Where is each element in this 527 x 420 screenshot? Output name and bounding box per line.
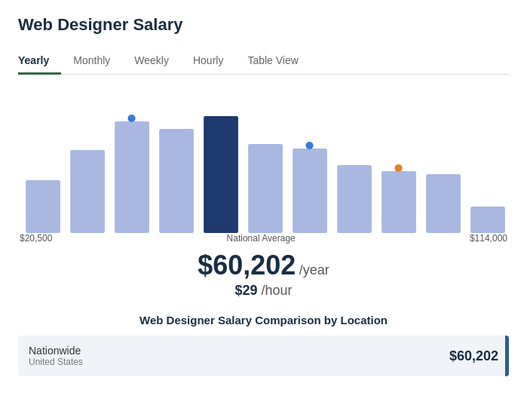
svg-rect-13	[470, 207, 505, 233]
svg-rect-6	[248, 144, 283, 233]
salary-yearly-amount: $60,202	[198, 250, 296, 281]
svg-rect-7	[293, 149, 327, 233]
salary-hourly-suffix: /hour	[262, 283, 293, 298]
svg-rect-12	[426, 174, 461, 233]
svg-rect-9	[337, 165, 372, 233]
chart-national-label: National Average	[227, 233, 296, 244]
svg-point-3	[127, 115, 135, 122]
location-sub: United States	[29, 357, 83, 367]
svg-rect-10	[381, 171, 416, 233]
tab-monthly[interactable]: Monthly	[61, 48, 122, 75]
svg-rect-1	[70, 150, 105, 233]
salary-hourly-display: $29 /hour	[18, 283, 509, 299]
bar-chart	[18, 90, 509, 233]
comparison-title: Web Designer Salary Comparison by Locati…	[18, 314, 509, 326]
svg-rect-2	[115, 121, 149, 233]
page-title: Web Designer Salary	[18, 15, 509, 35]
salary-yearly-suffix: /year	[299, 250, 329, 281]
salary-hourly-amount: $29	[234, 283, 257, 298]
svg-point-11	[394, 164, 402, 172]
comparison-nationwide-row[interactable]: Nationwide United States $60,202	[18, 336, 509, 376]
location-name: Nationwide	[29, 345, 83, 357]
tab-yearly[interactable]: Yearly	[18, 48, 61, 75]
comparison-location: Nationwide United States	[29, 345, 83, 367]
svg-point-8	[305, 142, 313, 149]
tab-table-view[interactable]: Table View	[235, 48, 310, 75]
tab-weekly[interactable]: Weekly	[122, 48, 181, 75]
chart-min-label: $20,500	[20, 233, 52, 244]
tab-hourly[interactable]: Hourly	[181, 48, 235, 75]
chart-max-label: $114,000	[470, 233, 507, 244]
svg-rect-0	[26, 180, 60, 233]
salary-yearly-display: $60,202 /year	[18, 250, 509, 281]
chart-labels: $20,500 National Average $114,000	[18, 233, 509, 244]
svg-rect-5	[204, 116, 238, 233]
tabs-container: Yearly Monthly Weekly Hourly Table View	[18, 48, 509, 75]
salary-display: $60,202 /year $29 /hour	[18, 250, 509, 299]
comparison-salary: $60,202	[449, 348, 498, 364]
svg-rect-4	[159, 129, 194, 233]
bar-chart-wrapper	[18, 90, 509, 233]
